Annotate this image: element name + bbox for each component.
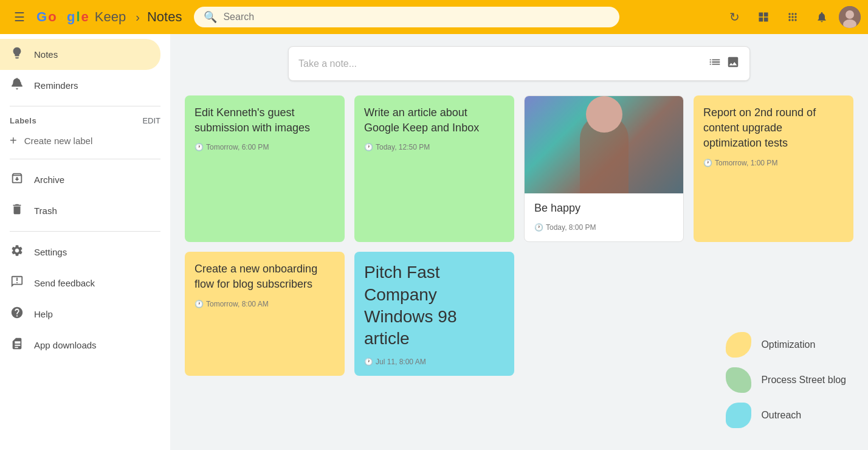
create-new-label-button[interactable]: + Create new label [0, 128, 170, 154]
note-time: 🕐 Today, 12:50 PM [364, 143, 505, 151]
layout-toggle-button[interactable] [751, 5, 776, 29]
reminders-icon [10, 77, 24, 94]
sidebar-item-settings[interactable]: Settings [0, 237, 160, 268]
note-title: Create a new onboarding flow for blog su… [195, 261, 335, 292]
legend-label-process-street: Process Street blog [761, 375, 846, 386]
sidebar-archive-label: Archive [34, 175, 64, 185]
sidebar-trash-label: Trash [34, 206, 57, 216]
note-card[interactable]: Pitch Fast Company Windows 98 article 🕐 … [354, 252, 514, 376]
note-title: Edit Kenneth's guest submission with ima… [195, 105, 335, 136]
archive-icon [10, 171, 24, 188]
legend: Optimization Process Street blog Outreac… [716, 322, 856, 438]
svg-point-1 [846, 10, 854, 19]
note-title: Write an article about Google Keep and I… [364, 105, 505, 136]
plus-icon: + [10, 134, 17, 148]
breadcrumb-page: Notes [147, 9, 182, 25]
sidebar-appdownloads-label: App downloads [34, 340, 97, 350]
image-icon[interactable] [726, 55, 740, 72]
sidebar-settings-label: Settings [34, 247, 67, 257]
feedback-icon [10, 275, 24, 291]
note-card[interactable]: Report on 2nd round of content upgrade o… [694, 95, 853, 242]
sidebar-divider-3 [10, 231, 160, 232]
legend-item: Outreach [726, 403, 846, 428]
nav-right: ↻ [722, 5, 861, 29]
sidebar-item-reminders[interactable]: Reminders [0, 70, 160, 101]
breadcrumb-separator: › [136, 10, 140, 24]
trash-icon [10, 202, 24, 219]
legend-label-optimization: Optimization [761, 339, 815, 350]
note-time: 🕐 Tomorrow, 1:00 PM [703, 159, 844, 167]
sidebar: Notes Reminders Labels EDIT + Create new… [0, 34, 170, 450]
create-label-text: Create new label [24, 136, 93, 146]
sidebar-item-feedback[interactable]: Send feedback [0, 268, 160, 299]
note-input-icons [708, 55, 740, 72]
search-input[interactable] [223, 12, 610, 22]
clock-icon: 🕐 [195, 300, 204, 308]
top-navigation: ☰ Google Keep › Notes 🔍 ↻ [0, 0, 868, 34]
note-input-bar[interactable]: Take a note... [288, 46, 750, 81]
legend-blob-outreach [726, 403, 751, 428]
nav-left: ☰ Google Keep › Notes [7, 5, 182, 29]
google-keep-logo: Google [36, 9, 89, 25]
note-placeholder: Take a note... [298, 58, 708, 69]
clock-icon: 🕐 [703, 159, 712, 167]
sidebar-divider-1 [10, 106, 160, 106]
sidebar-reminders-label: Reminders [34, 80, 78, 91]
search-icon: 🔍 [204, 10, 217, 24]
sidebar-feedback-label: Send feedback [34, 278, 95, 288]
legend-label-outreach: Outreach [761, 410, 801, 421]
sidebar-item-archive[interactable]: Archive [0, 164, 160, 195]
clock-icon: 🕐 [364, 358, 373, 366]
sidebar-help-label: Help [34, 309, 53, 319]
note-card[interactable]: Edit Kenneth's guest submission with ima… [185, 95, 345, 242]
notifications-button[interactable] [810, 5, 834, 29]
search-bar[interactable]: 🔍 [194, 7, 619, 27]
clock-icon: 🕐 [534, 223, 543, 232]
main-content: Take a note... Edit Kenneth's guest subm… [170, 34, 868, 450]
note-time: 🕐 Tomorrow, 6:00 PM [195, 143, 335, 151]
note-title: Report on 2nd round of content upgrade o… [703, 105, 844, 151]
note-time: 🕐 Tomorrow, 8:00 AM [195, 300, 335, 308]
legend-item: Process Street blog [726, 367, 846, 393]
brand-logo[interactable]: Google Keep [36, 9, 128, 25]
notes-icon [10, 46, 24, 63]
sidebar-notes-label: Notes [34, 49, 58, 60]
note-card[interactable]: Write an article about Google Keep and I… [354, 95, 514, 242]
clock-icon: 🕐 [195, 143, 204, 151]
help-icon [10, 306, 24, 322]
legend-blob-process-street [726, 367, 751, 393]
note-card[interactable]: Be happy 🕐 Today, 8:00 PM [524, 95, 684, 242]
settings-icon [10, 244, 24, 260]
note-title: Be happy [534, 201, 673, 216]
legend-blob-optimization [726, 332, 751, 358]
sidebar-item-notes[interactable]: Notes [0, 39, 160, 70]
note-title: Pitch Fast Company Windows 98 article [364, 261, 505, 350]
clock-icon: 🕐 [364, 143, 373, 151]
note-card[interactable]: Create a new onboarding flow for blog su… [185, 252, 345, 376]
sidebar-item-help[interactable]: Help [0, 299, 160, 330]
user-avatar[interactable] [839, 6, 861, 28]
appdownloads-icon [10, 337, 24, 353]
brand-separator: Keep [95, 9, 126, 25]
checklist-icon[interactable] [708, 55, 722, 72]
apps-button[interactable] [780, 5, 805, 29]
labels-header: Labels EDIT [0, 111, 170, 128]
note-time: 🕐 Today, 8:00 PM [534, 223, 673, 232]
hamburger-menu-button[interactable]: ☰ [7, 5, 32, 29]
labels-title: Labels [10, 116, 36, 125]
edit-labels-button[interactable]: EDIT [142, 116, 160, 125]
legend-section: Optimization Process Street blog Outreac… [716, 313, 856, 438]
sidebar-item-trash[interactable]: Trash [0, 195, 160, 226]
sidebar-divider-2 [10, 159, 160, 159]
refresh-button[interactable]: ↻ [722, 5, 746, 29]
legend-item: Optimization [726, 332, 846, 358]
sidebar-item-appdownloads[interactable]: App downloads [0, 330, 160, 361]
note-time: 🕐 Jul 11, 8:00 AM [364, 358, 505, 366]
